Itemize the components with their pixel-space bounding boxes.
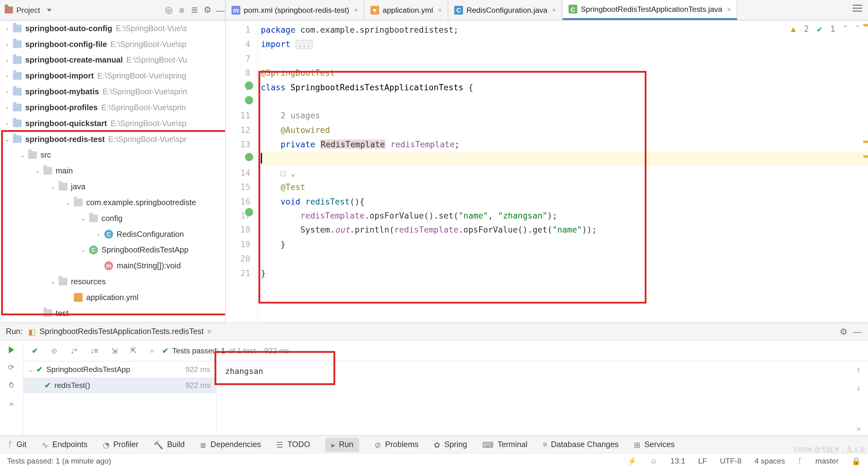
- test-tree-row[interactable]: ✔redisTest()922 ms: [23, 377, 216, 393]
- bottom-tool-build[interactable]: 🔨Build: [154, 440, 185, 449]
- tree-item[interactable]: ⌄springboot-redis-testE:\SpringBoot-Vue\…: [0, 131, 225, 147]
- more-icon[interactable]: »: [856, 424, 861, 433]
- expand-icon[interactable]: ›: [3, 25, 10, 32]
- expand-all-icon[interactable]: ≡: [177, 5, 186, 14]
- expand-icon[interactable]: ›: [3, 41, 10, 47]
- project-tree[interactable]: ›springboot-auto-configE:\SpringBoot-Vue…: [0, 21, 226, 322]
- line-separator[interactable]: LF: [698, 456, 707, 465]
- run-gutter-icon[interactable]: [245, 96, 253, 104]
- expand-icon[interactable]: ⌄: [80, 247, 87, 253]
- prev-icon[interactable]: »: [150, 347, 154, 355]
- expand-icon[interactable]: ›: [3, 72, 10, 79]
- expand-icon[interactable]: ⌄: [19, 152, 26, 158]
- bottom-tool-services[interactable]: ⊞Services: [634, 440, 675, 449]
- expand-icon[interactable]: ⌄: [34, 310, 41, 317]
- ai-icon[interactable]: ⚡: [627, 456, 637, 465]
- bottom-tool-todo[interactable]: ☰TODO: [276, 440, 310, 449]
- ai-robot-icon[interactable]: ☺: [650, 456, 657, 465]
- stripe-warning[interactable]: [863, 155, 868, 158]
- layout-icon[interactable]: ⥁: [9, 381, 14, 390]
- code-editor[interactable]: ▲2 ✔1 ˄ ˅ 147891112131415161718192021 pa…: [226, 21, 868, 322]
- bottom-tool-profiler[interactable]: ◔Profiler: [103, 440, 138, 449]
- file-encoding[interactable]: UTF-8: [720, 456, 741, 465]
- expand-icon[interactable]: ›: [3, 88, 10, 95]
- tab-redisconfig[interactable]: C RedisConfiguration.java ×: [448, 0, 563, 20]
- scroll-up-icon[interactable]: ↑: [856, 365, 861, 375]
- line-gutter[interactable]: 147891112131415161718192021: [226, 21, 258, 322]
- close-icon[interactable]: ×: [552, 6, 556, 14]
- run-gutter-icon[interactable]: [245, 153, 253, 161]
- bottom-tool-database-changes[interactable]: ≡Database Changes: [542, 440, 619, 449]
- run-config[interactable]: ◧ SpringbootRedisTestApplicationTests.re…: [28, 326, 212, 336]
- more-icon[interactable]: »: [9, 399, 14, 408]
- expand-icon[interactable]: ⌄: [3, 136, 10, 142]
- tree-item[interactable]: ⌄resources: [0, 274, 225, 289]
- git-branch[interactable]: master: [815, 456, 839, 465]
- bottom-tool-spring[interactable]: ✿Spring: [434, 440, 467, 449]
- tree-item[interactable]: ›CRedisConfiguration: [0, 226, 225, 242]
- expand-icon[interactable]: ›: [3, 104, 10, 111]
- tree-item[interactable]: ⌄com.example.springbootrediste: [0, 195, 225, 211]
- scroll-down-icon[interactable]: ↓: [856, 383, 861, 392]
- tree-item[interactable]: ›springboot-auto-configE:\SpringBoot-Vue…: [0, 21, 225, 36]
- project-dropdown-icon[interactable]: [47, 8, 52, 11]
- sort-dur-icon[interactable]: ↓≡: [90, 347, 98, 355]
- expand-icon[interactable]: ›: [95, 231, 102, 237]
- show-ignored-icon[interactable]: ⊘: [51, 347, 58, 355]
- indent-setting[interactable]: 4 spaces: [754, 456, 785, 465]
- test-tree[interactable]: ⌄✔SpringbootRedisTestApp922 ms✔redisTest…: [23, 362, 217, 436]
- tree-item[interactable]: ⌄config: [0, 211, 225, 226]
- tree-item[interactable]: ›springboot-config-fileE:\SpringBoot-Vue…: [0, 36, 225, 52]
- stripe-warning[interactable]: [863, 24, 868, 27]
- target-icon[interactable]: ◎: [164, 5, 174, 14]
- tree-item[interactable]: ⌄java: [0, 179, 225, 195]
- test-tree-row[interactable]: ⌄✔SpringbootRedisTestApp922 ms: [23, 362, 216, 378]
- minimize-icon[interactable]: —: [216, 5, 225, 14]
- bottom-tool-terminal[interactable]: ⌨Terminal: [482, 440, 527, 449]
- tab-pom[interactable]: m pom.xml (springboot-redis-test) ×: [226, 0, 365, 20]
- tab-yml[interactable]: ▾ application.yml ×: [365, 0, 448, 20]
- tabs-menu-icon[interactable]: [853, 5, 862, 12]
- tree-item[interactable]: ⌄CSpringbootRedisTestApp: [0, 242, 225, 258]
- expand-icon[interactable]: ⌄: [34, 167, 41, 174]
- collapse-icon[interactable]: ⇱: [130, 347, 137, 355]
- run-gutter-icon[interactable]: [245, 208, 253, 216]
- bottom-tool-problems[interactable]: ⊘Problems: [375, 440, 418, 449]
- settings-icon[interactable]: ⚙: [839, 326, 848, 336]
- expand-icon[interactable]: ›: [3, 120, 10, 127]
- tree-item[interactable]: application.yml: [0, 289, 225, 306]
- tree-item[interactable]: ⌄test: [0, 306, 225, 321]
- bottom-tool-git[interactable]: ᚶGit: [8, 440, 27, 449]
- run-gutter-icon[interactable]: [245, 82, 253, 90]
- tree-item[interactable]: ›springboot-create-manualE:\SpringBoot-V…: [0, 52, 225, 68]
- bottom-tool-run[interactable]: ▸Run: [326, 437, 359, 451]
- bottom-tool-dependencies[interactable]: ≣Dependencies: [200, 440, 261, 449]
- minimize-icon[interactable]: —: [853, 326, 862, 336]
- settings-icon[interactable]: ⚙: [203, 5, 212, 14]
- expand-icon[interactable]: ⌄: [49, 183, 56, 190]
- tab-tests[interactable]: C SpringbootRedisTestApplicationTests.ja…: [563, 0, 738, 20]
- close-icon[interactable]: ×: [727, 5, 731, 13]
- show-passed-icon[interactable]: ✔: [32, 347, 38, 355]
- project-panel-title[interactable]: Project: [17, 6, 40, 14]
- expand-icon[interactable]: ⌄: [80, 215, 87, 222]
- sort-icon[interactable]: ↓ᵃ: [70, 347, 77, 355]
- tree-item[interactable]: ›springboot-quickstartE:\SpringBoot-Vue\…: [0, 116, 225, 131]
- tree-item[interactable]: ⌄src: [0, 147, 225, 163]
- tree-item[interactable]: ›springboot-mybatisE:\SpringBoot-Vue\spr…: [0, 84, 225, 100]
- stripe-warning[interactable]: [863, 141, 868, 143]
- tree-item[interactable]: mmain(String[]):void: [0, 258, 225, 274]
- expand-icon[interactable]: ›: [3, 57, 10, 64]
- toggle-auto-icon[interactable]: ⟳: [8, 363, 14, 371]
- close-icon[interactable]: ×: [207, 327, 212, 336]
- expand-icon[interactable]: ⇲: [111, 347, 118, 355]
- close-icon[interactable]: ×: [354, 6, 358, 14]
- console-output[interactable]: zhangsan ↑ ↓ »: [217, 362, 868, 436]
- tree-item[interactable]: ⌄main: [0, 163, 225, 179]
- collapse-all-icon[interactable]: ≣: [190, 5, 199, 14]
- tree-item[interactable]: ›springboot-importE:\SpringBoot-Vue\spri…: [0, 68, 225, 84]
- expand-icon[interactable]: ⌄: [49, 278, 56, 285]
- expand-icon[interactable]: ⌄: [64, 199, 72, 206]
- close-icon[interactable]: ×: [438, 6, 442, 14]
- caret-position[interactable]: 13:1: [670, 456, 685, 465]
